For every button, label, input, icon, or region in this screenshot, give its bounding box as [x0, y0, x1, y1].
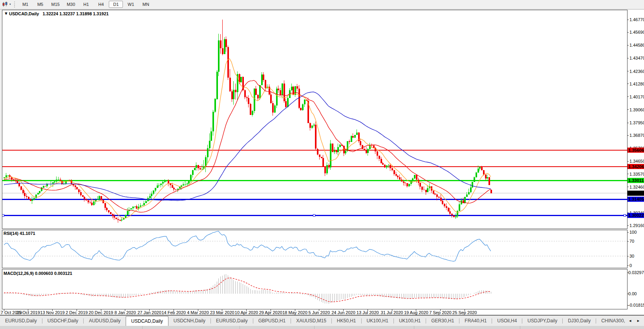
symbol-tab-usdcnh-daily[interactable]: USDCNH,Daily	[168, 316, 210, 326]
svg-text:1.46770: 1.46770	[629, 17, 644, 22]
symbol-tab-xauusd-m15[interactable]: XAUUSD,M15	[291, 316, 331, 326]
svg-text:1.34650: 1.34650	[629, 159, 644, 164]
svg-text:1.45690: 1.45690	[629, 30, 644, 35]
bottom-status-strip	[0, 326, 644, 329]
svg-text:1.30022: 1.30022	[628, 213, 644, 218]
time-scale[interactable]: 7 Oct 201925 Oct 201913 Nov 20192 Dec 20…	[1, 309, 477, 315]
svg-text:1.29160: 1.29160	[629, 223, 644, 228]
symbol-tab-eurusd-daily[interactable]: EURUSD,Daily	[211, 316, 253, 326]
svg-text:4 Mar 2020: 4 Mar 2020	[187, 310, 209, 315]
status-strip-divider	[142, 326, 143, 329]
svg-text:1.41280: 1.41280	[629, 82, 644, 86]
symbol-tab-eurusd-daily[interactable]: EURUSD,Daily	[0, 316, 42, 326]
tab-scroll-left-icon[interactable]: ◄	[628, 319, 632, 323]
symbol-tab-usdcad-daily[interactable]: USDCAD,Daily	[126, 316, 168, 326]
svg-text:31 Jul 2020: 31 Jul 2020	[381, 310, 403, 315]
tab-scroll-right-icon[interactable]: ►	[637, 319, 640, 323]
svg-text:2 Dec 2019: 2 Dec 2019	[66, 310, 88, 315]
symbol-tab-fra40-h1[interactable]: FRA40,H1	[459, 316, 492, 326]
status-strip-divider	[414, 326, 414, 329]
svg-text:70: 70	[629, 239, 634, 244]
symbol-tab-bar: EURUSD,DailyUSDCHF,DailyAUDUSD,DailyUSDC…	[0, 315, 644, 326]
status-strip-divider	[520, 326, 520, 329]
svg-text:7 Sep 2020: 7 Sep 2020	[429, 310, 451, 315]
symbol-tab-uk100-h1[interactable]: UK100,H1	[394, 316, 426, 326]
hline-selection-handle[interactable]	[313, 214, 315, 216]
svg-text:29 Apr 2020: 29 Apr 2020	[259, 310, 282, 315]
svg-text:100: 100	[629, 230, 637, 234]
svg-text:1.33570: 1.33570	[629, 172, 644, 176]
symbol-tab-uk100-h1[interactable]: UK100,H1	[362, 316, 393, 326]
svg-text:1.44580: 1.44580	[629, 43, 644, 47]
svg-text:0.032972: 0.032972	[628, 270, 644, 275]
hline-selection-handle[interactable]	[2, 214, 4, 216]
svg-text:1.42360: 1.42360	[629, 69, 644, 74]
svg-text:10 Apr 2020: 10 Apr 2020	[235, 310, 258, 315]
symbol-tab-dj30-daily[interactable]: DJ30,Daily	[563, 316, 596, 326]
symbol-tab-ger30-h1[interactable]: GER30,H1	[426, 316, 459, 326]
symbol-tab-usoil-h4[interactable]: USOil,H4	[492, 316, 522, 326]
chart-title: USDCAD,Daily1.32224 1.32237 1.31898 1.31…	[9, 11, 109, 16]
symbol-tab-audusd-daily[interactable]: AUDUSD,Daily	[84, 316, 126, 326]
svg-text:1.39060: 1.39060	[629, 107, 644, 112]
svg-text:18 May 2020: 18 May 2020	[282, 310, 307, 315]
svg-text:-0.018154: -0.018154	[628, 303, 644, 307]
panel-divider-macd[interactable]	[2, 268, 627, 269]
svg-text:13 Jul 2020: 13 Jul 2020	[357, 310, 379, 315]
mt4-terminal: { "toolbar": { "timeframes": ["M1","M5",…	[0, 0, 644, 329]
status-strip-divider	[240, 326, 240, 329]
panel-divider-rsi[interactable]	[2, 229, 627, 230]
tab-scroll-arrows: ◄►	[625, 316, 644, 325]
svg-text:1.43470: 1.43470	[629, 56, 644, 60]
symbol-tab-hk50-h1[interactable]: HK50,H1	[332, 316, 361, 326]
symbol-tab-gbpusd-h1[interactable]: GBPUSD,H1	[253, 316, 291, 326]
svg-text:1.35606: 1.35606	[628, 148, 644, 153]
svg-text:30: 30	[629, 254, 634, 258]
symbol-tab-usdchf-daily[interactable]: USDCHF,Daily	[42, 316, 84, 326]
symbol-tab-usdjpy-daily[interactable]: USDJPY,Daily	[522, 316, 562, 326]
svg-text:24 Jun 2020: 24 Jun 2020	[331, 310, 355, 315]
svg-text:1.33011: 1.33011	[628, 178, 644, 183]
svg-text:5 Jun 2020: 5 Jun 2020	[309, 310, 330, 315]
svg-text:23 Mar 2020: 23 Mar 2020	[210, 310, 234, 315]
svg-text:14 Feb 2020: 14 Feb 2020	[161, 310, 186, 315]
svg-text:0.00: 0.00	[628, 291, 637, 296]
svg-text:8 Jan 2020: 8 Jan 2020	[115, 310, 136, 315]
chart-context-caret[interactable]: ▼	[4, 11, 8, 16]
svg-text:1.36870: 1.36870	[629, 133, 644, 138]
svg-text:1.40170: 1.40170	[629, 95, 644, 99]
svg-text:25 Sep 2020: 25 Sep 2020	[452, 310, 477, 315]
svg-text:27 Jan 2020: 27 Jan 2020	[137, 310, 161, 315]
hline-selection-handle[interactable]	[624, 214, 626, 216]
svg-text:1.31921: 1.31921	[628, 191, 644, 196]
chart-window[interactable]: 1.467701.456901.445801.434701.423601.412…	[0, 0, 644, 329]
svg-text:1.37950: 1.37950	[629, 120, 644, 125]
svg-text:1.32460: 1.32460	[629, 185, 644, 189]
macd-label: MACD(12,26,9) 0.000603 0.003121	[4, 271, 72, 276]
svg-text:19 Aug 2020: 19 Aug 2020	[404, 310, 428, 315]
svg-text:0: 0	[629, 263, 632, 268]
svg-text:1.31405: 1.31405	[628, 197, 644, 202]
status-strip-divider	[314, 326, 315, 329]
svg-text:1.34206: 1.34206	[628, 164, 644, 169]
svg-text:13 Nov 2019: 13 Nov 2019	[40, 310, 64, 315]
svg-text:25 Oct 2019: 25 Oct 2019	[16, 310, 40, 315]
svg-text:20 Dec 2019: 20 Dec 2019	[89, 310, 113, 315]
rsi-label: RSI(14) 41.1071	[4, 231, 35, 236]
